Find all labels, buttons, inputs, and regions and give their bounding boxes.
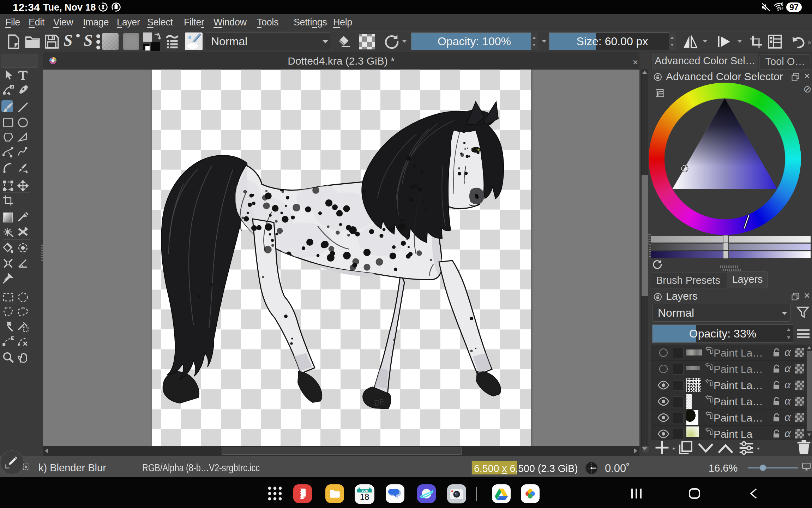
- svg-text:18: 18: [360, 492, 369, 502]
- svg-text:6: 6: [781, 2, 783, 7]
